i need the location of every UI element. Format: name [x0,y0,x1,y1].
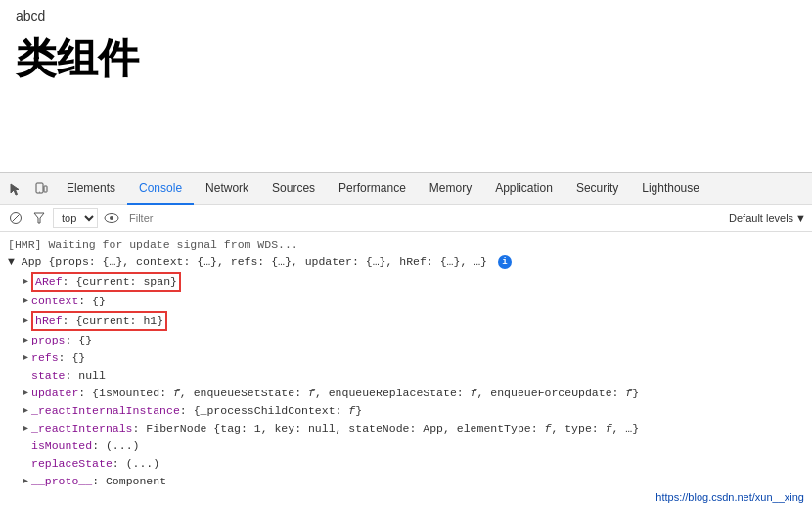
href-highlight: hRef: {current: h1} [31,311,167,331]
href-arrow [20,313,31,329]
devtools-panel: Elements Console Network Sources Perform… [0,172,812,505]
page-content: abcd 类组件 [0,0,812,106]
proto-arrow [20,474,31,489]
tab-network[interactable]: Network [194,173,260,205]
href-line[interactable]: hRef: {current: h1} [0,310,812,332]
updater-arrow [20,386,31,401]
replace-state-line: replaceState: (...) [0,455,812,473]
refs-arrow [20,350,31,366]
react-internals-arrow [20,421,31,436]
page-abcd-text: abcd [16,8,796,23]
info-icon: i [498,255,512,269]
state-line: state: null [0,367,812,385]
device-icon[interactable] [29,177,53,201]
context-line[interactable]: context: {} [0,293,812,310]
props-line[interactable]: props: {} [0,332,812,349]
tab-performance[interactable]: Performance [327,173,418,205]
tab-application[interactable]: Application [483,173,564,205]
context-arrow [20,294,31,309]
updater-line[interactable]: updater: {isMounted: f, enqueueSetState:… [0,385,812,402]
props-arrow [20,333,31,348]
filter-input[interactable] [125,208,725,228]
console-output: [HMR] Waiting for update signal from WDS… [0,232,812,505]
svg-point-2 [39,191,40,192]
page-title: 类组件 [16,31,796,86]
react-internal-instance-line[interactable]: _reactInternalInstance: {_processChildCo… [0,402,812,420]
filter-button[interactable] [29,208,49,228]
svg-marker-5 [34,213,44,223]
react-internal-instance-arrow [20,403,31,419]
tab-memory[interactable]: Memory [418,173,483,205]
svg-point-7 [110,216,113,220]
watermark-link[interactable]: https://blog.csdn.net/xun__xing [655,491,804,503]
context-selector[interactable]: top [53,208,98,228]
hmr-line: [HMR] Waiting for update signal from WDS… [0,236,812,253]
default-levels-dropdown[interactable]: Default levels ▼ [729,212,806,224]
devtools-tab-bar: Elements Console Network Sources Perform… [0,173,812,205]
tab-lighthouse[interactable]: Lighthouse [630,173,711,205]
tab-elements[interactable]: Elements [55,173,127,205]
tab-sources[interactable]: Sources [260,173,327,205]
cursor-icon[interactable] [4,177,27,201]
clear-console-button[interactable] [6,208,25,228]
console-toolbar: top Default levels ▼ [0,205,812,232]
proto-line[interactable]: __proto__: Component [0,473,812,490]
eye-icon[interactable] [102,208,121,228]
tab-security[interactable]: Security [564,173,630,205]
svg-line-4 [13,214,20,221]
aref-highlight: ARef: {current: span} [31,272,181,292]
refs-line[interactable]: refs: {} [0,349,812,367]
aref-line[interactable]: ARef: {current: span} [0,271,812,293]
app-object-line[interactable]: ▼ App {props: {…}, context: {…}, refs: {… [0,253,812,271]
svg-rect-1 [44,186,47,192]
tab-console[interactable]: Console [127,173,194,205]
is-mounted-line: isMounted: (...) [0,437,812,455]
aref-arrow [20,274,31,290]
react-internals-line[interactable]: _reactInternals: FiberNode {tag: 1, key:… [0,420,812,437]
